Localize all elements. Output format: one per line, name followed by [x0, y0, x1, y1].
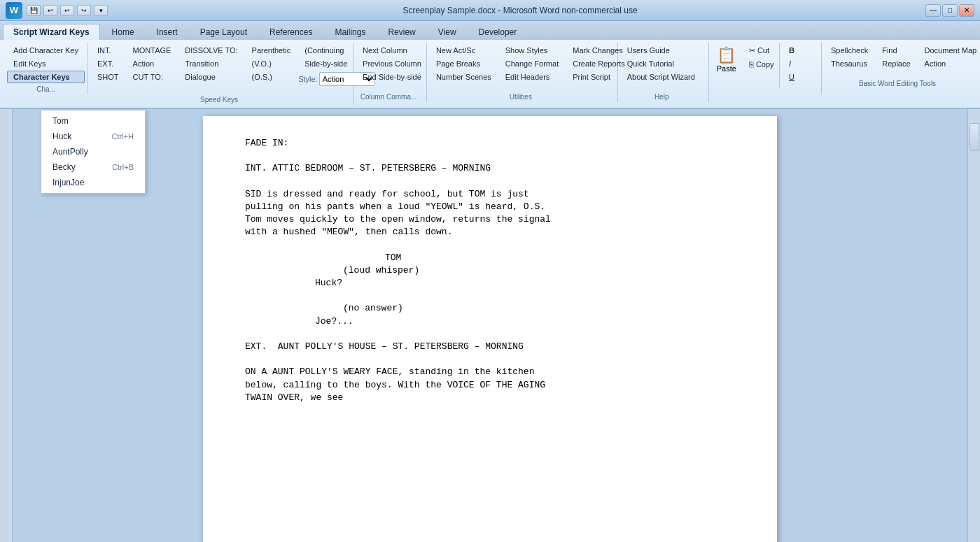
dropdown-item-huck-label: Huck [52, 131, 71, 141]
paste-btn[interactable]: 📋 Paste [712, 44, 741, 75]
doc-line-char1: TOM [245, 252, 735, 264]
doc-line-paren1: (loud whisper) [245, 264, 735, 277]
document-scroll[interactable]: FADE IN: INT. ATTIC BEDROOM – ST. PETERS… [13, 109, 967, 542]
quick-tutorial-btn[interactable]: Quick Tutorial [621, 57, 701, 70]
doc-line-ext1: EXT. AUNT POLLY'S HOUSE – ST. PETERSBERG… [245, 341, 735, 353]
parenthetic-btn[interactable]: Parenthetic [246, 44, 298, 57]
ribbon-group-word-editing: Spellcheck Thesaurus Find Replace Docume… [822, 43, 976, 89]
new-act-sc-btn[interactable]: New Act/Sc [430, 44, 498, 57]
page-breaks-btn[interactable]: Page Breaks [430, 57, 498, 70]
dropdown-item-huck-shortcut: Ctrl+H [112, 132, 134, 141]
minimize-btn[interactable]: — [925, 4, 941, 17]
edit-headers-btn[interactable]: Edit Headers [499, 71, 565, 83]
doc-line-dial2: Joe?... [245, 315, 735, 328]
edit-keys-btn[interactable]: Edit Keys [7, 57, 85, 70]
replace-btn[interactable]: Replace [876, 57, 916, 70]
dropdown-item-tom[interactable]: Tom [41, 113, 145, 129]
doc-line-blank2 [245, 176, 735, 188]
os-btn[interactable]: (O.S.) [246, 71, 298, 83]
doc-line-fade-in: FADE IN: [245, 137, 735, 150]
cut-to-btn[interactable]: CUT TO: [127, 71, 178, 83]
document-map-btn[interactable]: Document Map [918, 44, 980, 57]
undo-btn[interactable]: ↩ [43, 5, 57, 16]
dropdown-item-tom-label: Tom [52, 116, 69, 126]
column-label: Column Comma... [356, 93, 421, 101]
tab-references[interactable]: References [259, 24, 323, 40]
more-btn[interactable]: ▾ [94, 5, 108, 16]
scroll-bar[interactable] [967, 109, 980, 542]
dropdown-item-injunjoe-label: InjunJoe [52, 178, 84, 187]
tab-page-layout[interactable]: Page Layout [190, 24, 258, 40]
underline-btn[interactable]: U [783, 71, 801, 83]
tab-script-wizard-keys[interactable]: Script Wizard Keys [3, 24, 100, 40]
maximize-btn[interactable]: □ [942, 4, 958, 17]
prev-column-btn[interactable]: Previous Column [356, 57, 428, 70]
document-page[interactable]: FADE IN: INT. ATTIC BEDROOM – ST. PETERS… [203, 116, 777, 542]
save-btn[interactable]: 💾 [27, 5, 41, 16]
end-side-by-side-btn[interactable]: End Side-by-side [356, 71, 428, 83]
ribbon: Script Wizard Keys Home Insert Page Layo… [0, 21, 980, 109]
spellcheck-btn[interactable]: Spellcheck [825, 44, 874, 57]
speed-keys-label: Speed Keys [91, 96, 347, 104]
dropdown-item-injunjoe[interactable]: InjunJoe [41, 175, 145, 190]
next-column-btn[interactable]: Next Column [356, 44, 428, 57]
dropdown-item-auntpolly-label: AuntPolly [52, 147, 88, 157]
undo2-btn[interactable]: ↩ [60, 5, 74, 16]
utilities-label: Utilities [430, 93, 612, 101]
title-bar: W 💾 ↩ ↩ ↪ ▾ Screenplay Sample.docx - Mic… [0, 0, 980, 21]
doc-line-action1: SID is dressed and ready for school, but… [245, 188, 735, 201]
cut-icon: ✂ [749, 46, 755, 55]
dropdown-item-becky-shortcut: Ctrl+B [112, 163, 134, 171]
change-format-btn[interactable]: Change Format [499, 57, 565, 70]
window-controls: — □ ✕ [925, 4, 974, 17]
redo-btn[interactable]: ↪ [77, 5, 91, 16]
italic-btn[interactable]: I [783, 57, 801, 70]
montage-btn[interactable]: MONTAGE [127, 44, 178, 57]
ribbon-group-utilities: New Act/Sc Page Breaks Number Scenes Sho… [427, 43, 618, 102]
word-editing-label: Basic Word Editing Tools [825, 80, 970, 87]
doc-line-action2: pulling on his pants when a loud "YEOWL"… [245, 201, 735, 213]
ext-btn[interactable]: EXT. [91, 57, 125, 70]
show-styles-btn[interactable]: Show Styles [499, 44, 565, 57]
doc-line-dial1: Huck? [245, 277, 735, 290]
ribbon-group-help: Users Guide Quick Tutorial About Script … [618, 43, 709, 102]
int-btn[interactable]: INT. [91, 44, 125, 57]
number-scenes-btn[interactable]: Number Scenes [430, 71, 498, 83]
style-label: Style: [298, 75, 318, 83]
ribbon-group-clipboard: 📋 Paste ✂ Cut ⎘ Copy [709, 43, 780, 87]
action-btn[interactable]: Action [127, 57, 178, 70]
tab-view[interactable]: View [428, 24, 467, 40]
character-keys-btn[interactable]: Character Keys [7, 71, 85, 83]
doc-line-blank5 [245, 328, 735, 341]
char-keys-label: Cha... [4, 85, 88, 93]
tab-developer[interactable]: Developer [468, 24, 528, 40]
bold-btn[interactable]: B [783, 44, 801, 57]
about-script-wizard-btn[interactable]: About Script Wizard [621, 71, 701, 83]
copy-icon: ⎘ [749, 60, 754, 69]
action-word-btn[interactable]: Action [918, 57, 980, 70]
tab-home[interactable]: Home [102, 24, 145, 40]
cut-btn[interactable]: ✂ Cut [743, 44, 780, 57]
dropdown-item-auntpolly[interactable]: AuntPolly [41, 144, 145, 159]
transition-btn[interactable]: Transition [178, 57, 244, 70]
add-character-key-btn[interactable]: Add Character Key [7, 44, 85, 57]
tab-mailings[interactable]: Mailings [324, 24, 376, 40]
paste-icon: 📋 [717, 46, 736, 64]
doc-line-blank3 [245, 239, 735, 252]
users-guide-btn[interactable]: Users Guide [621, 44, 701, 57]
dissolve-to-btn[interactable]: DISSOLVE TO: [178, 44, 244, 57]
thesaurus-btn[interactable]: Thesaurus [825, 57, 874, 70]
copy-btn[interactable]: ⎘ Copy [743, 58, 780, 71]
scroll-thumb[interactable] [969, 123, 979, 151]
close-btn[interactable]: ✕ [959, 4, 974, 17]
doc-line-action6: below, calling to the boys. With the VOI… [245, 379, 735, 392]
tab-insert[interactable]: Insert [146, 24, 188, 40]
shot-btn[interactable]: SHOT [91, 71, 125, 83]
dialogue-btn[interactable]: Dialogue [178, 71, 244, 83]
tab-review[interactable]: Review [377, 24, 426, 40]
find-btn[interactable]: Find [876, 44, 916, 57]
ribbon-tabs: Script Wizard Keys Home Insert Page Layo… [0, 21, 980, 40]
dropdown-item-becky[interactable]: Becky Ctrl+B [41, 159, 145, 175]
dropdown-item-huck[interactable]: Huck Ctrl+H [41, 129, 145, 144]
vo-btn[interactable]: (V.O.) [246, 57, 298, 70]
